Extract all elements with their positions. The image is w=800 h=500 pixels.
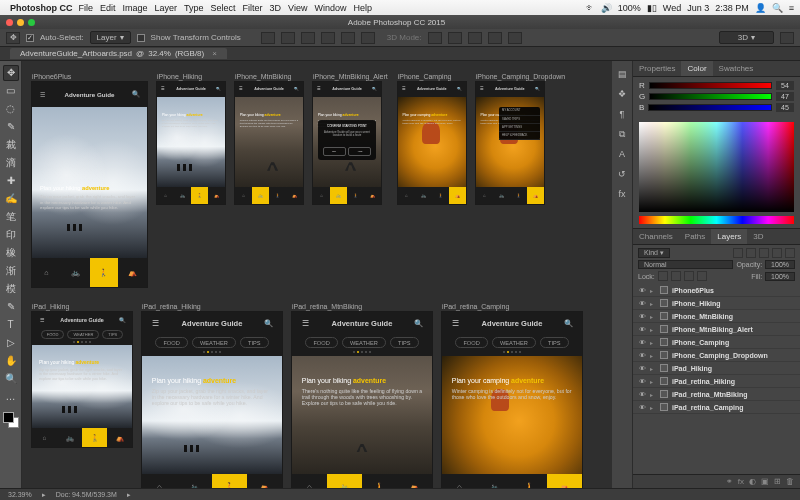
- menu-image[interactable]: Image: [123, 3, 148, 13]
- minimize-window-button[interactable]: [17, 19, 24, 26]
- category-tab[interactable]: TIPS: [390, 337, 419, 348]
- clock-day[interactable]: Wed: [663, 3, 681, 13]
- 3d-icon[interactable]: [448, 32, 462, 44]
- nav-item[interactable]: ⌂: [442, 474, 477, 488]
- menu-icon[interactable]: ☰: [401, 87, 407, 91]
- menu-filter[interactable]: Filter: [243, 3, 263, 13]
- artboard[interactable]: ☰ Adventure Guide 🔍 Plan your biking adv…: [235, 82, 303, 204]
- dropdown-item[interactable]: HELP & FEEDBACK: [499, 132, 540, 140]
- search-icon[interactable]: 🔍: [216, 87, 222, 91]
- menu-select[interactable]: Select: [211, 3, 236, 13]
- artboard-label[interactable]: iPhone_Hiking: [157, 73, 225, 80]
- layer-name[interactable]: iPhone_Camping: [672, 339, 729, 346]
- search-icon[interactable]: 🔍: [294, 87, 300, 91]
- tool-1[interactable]: ▭: [3, 83, 19, 99]
- layer-row[interactable]: 👁 ▸ iPad_retina_MtnBiking: [633, 388, 800, 401]
- filter-icon[interactable]: [759, 248, 769, 258]
- layer-filter-kind[interactable]: Kind ▾: [638, 248, 670, 258]
- layer-row[interactable]: 👁 ▸ iPhone_Camping_Dropdown: [633, 349, 800, 362]
- g-slider[interactable]: [649, 93, 772, 100]
- alert-no-button[interactable]: NO: [323, 147, 346, 156]
- tool-9[interactable]: 印: [3, 227, 19, 243]
- nav-item[interactable]: ⌂: [476, 187, 493, 204]
- tool-8[interactable]: 笔: [3, 209, 19, 225]
- layer-name[interactable]: iPhone_MtnBiking_Alert: [672, 326, 753, 333]
- nav-item[interactable]: 🚶: [82, 428, 107, 447]
- dock-icon[interactable]: ¶: [615, 107, 629, 121]
- layer-name[interactable]: iPhone6Plus: [672, 287, 714, 294]
- artboard[interactable]: ☰ Adventure Guide 🔍 FOODWEATHERTIPS Plan…: [142, 312, 282, 488]
- tool-11[interactable]: 渐: [3, 263, 19, 279]
- artboard-label[interactable]: iPhone_MtnBiking_Alert: [313, 73, 388, 80]
- menu-icon[interactable]: ☰: [316, 87, 322, 91]
- nav-item[interactable]: ⛺: [449, 187, 466, 204]
- nav-item[interactable]: ⌂: [32, 258, 61, 287]
- layer-name[interactable]: iPad_Hiking: [672, 365, 712, 372]
- dock-icon[interactable]: fx: [615, 187, 629, 201]
- layer-name[interactable]: iPhone_MtnBiking: [672, 313, 733, 320]
- category-tab[interactable]: WEATHER: [67, 330, 99, 339]
- 3d-icon[interactable]: [468, 32, 482, 44]
- nav-item[interactable]: 🚶: [212, 474, 247, 488]
- hue-slider[interactable]: [639, 216, 794, 224]
- search-icon[interactable]: 🔍: [131, 90, 141, 98]
- nav-item[interactable]: 🚲: [327, 474, 362, 488]
- nav-item[interactable]: 🚲: [252, 187, 269, 204]
- artboard[interactable]: ☰ Adventure Guide 🔍 Plan your hiking adv…: [32, 82, 147, 287]
- nav-item[interactable]: ⛺: [397, 474, 432, 488]
- menu-file[interactable]: File: [79, 3, 94, 13]
- nav-item[interactable]: 🚶: [512, 474, 547, 488]
- nav-item[interactable]: ⛺: [107, 428, 132, 447]
- visibility-toggle-icon[interactable]: 👁: [638, 326, 646, 333]
- panel-tab-swatches[interactable]: Swatches: [713, 61, 760, 76]
- artboard[interactable]: ☰ Adventure Guide 🔍 Plan your camping ad…: [476, 82, 544, 204]
- layer-row[interactable]: 👁 ▸ iPhone_Camping: [633, 336, 800, 349]
- category-tab[interactable]: FOOD: [155, 337, 187, 348]
- tool-14[interactable]: T: [3, 317, 19, 333]
- visibility-toggle-icon[interactable]: 👁: [638, 339, 646, 346]
- auto-select-checkbox[interactable]: [26, 34, 34, 42]
- nav-item[interactable]: 🚲: [415, 187, 432, 204]
- nav-item[interactable]: 🚶: [347, 187, 364, 204]
- tool-7[interactable]: ✍: [3, 191, 19, 207]
- nav-item[interactable]: 🚲: [493, 187, 510, 204]
- 3d-icon[interactable]: [428, 32, 442, 44]
- chevron-icon[interactable]: ▸: [42, 491, 46, 499]
- tool-4[interactable]: 裁: [3, 137, 19, 153]
- new-layer-icon[interactable]: ⊞: [774, 477, 781, 486]
- tool-17[interactable]: 🔍: [3, 371, 19, 387]
- layer-name[interactable]: iPad_retina_MtnBiking: [672, 391, 747, 398]
- tool-2[interactable]: ◌: [3, 101, 19, 117]
- nav-item[interactable]: 🚲: [61, 258, 90, 287]
- dock-icon[interactable]: ❖: [615, 87, 629, 101]
- visibility-toggle-icon[interactable]: 👁: [638, 391, 646, 398]
- document-tab[interactable]: AdventureGuide_Artboards.psd @ 32.4% (RG…: [10, 48, 227, 59]
- nav-item[interactable]: ⛺: [118, 258, 147, 287]
- lock-icon[interactable]: [658, 271, 668, 281]
- artboard-label[interactable]: iPad_retina_Camping: [442, 303, 582, 310]
- filter-icon[interactable]: [746, 248, 756, 258]
- search-icon[interactable]: 🔍: [262, 319, 275, 328]
- menu-type[interactable]: Type: [184, 3, 204, 13]
- nav-item[interactable]: 🚶: [269, 187, 286, 204]
- disclosure-icon[interactable]: ▸: [650, 313, 656, 320]
- b-value[interactable]: 45: [776, 103, 794, 112]
- dock-icon[interactable]: ↺: [615, 167, 629, 181]
- search-icon[interactable]: 🔍: [372, 87, 378, 91]
- opacity-input[interactable]: 100%: [765, 260, 795, 269]
- nav-item[interactable]: ⛺: [547, 474, 582, 488]
- menu-help[interactable]: Help: [353, 3, 372, 13]
- nav-item[interactable]: 🚶: [90, 258, 119, 287]
- new-group-icon[interactable]: ▣: [761, 477, 769, 486]
- artboard-label[interactable]: iPad_retina_Hiking: [142, 303, 282, 310]
- layer-row[interactable]: 👁 ▸ iPhone_MtnBiking_Alert: [633, 323, 800, 336]
- layer-name[interactable]: iPad_retina_Hiking: [672, 378, 735, 385]
- nav-item[interactable]: 🚲: [57, 428, 82, 447]
- panel-tab-paths[interactable]: Paths: [679, 229, 711, 244]
- layer-row[interactable]: 👁 ▸ iPhone_Hiking: [633, 297, 800, 310]
- distribute-icon[interactable]: [361, 32, 375, 44]
- r-value[interactable]: 54: [776, 81, 794, 90]
- close-window-button[interactable]: [6, 19, 13, 26]
- user-icon[interactable]: 👤: [755, 3, 766, 13]
- category-tab[interactable]: FOOD: [41, 330, 65, 339]
